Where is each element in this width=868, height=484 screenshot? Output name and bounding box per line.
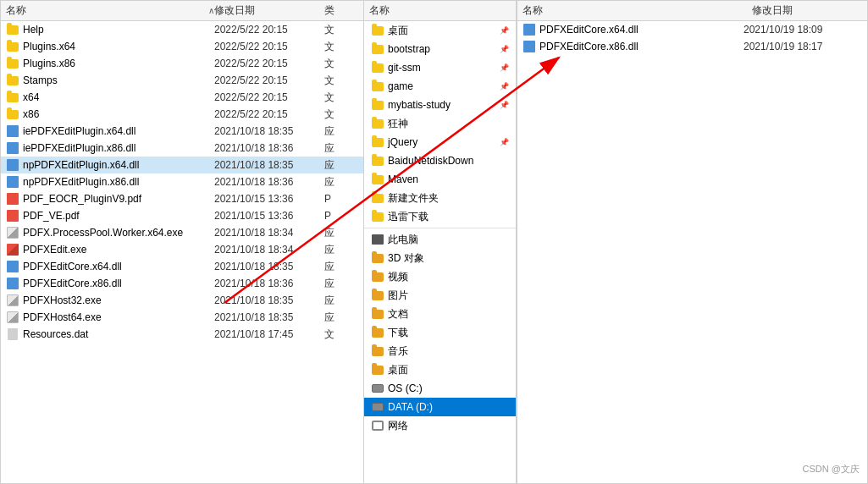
- file-type-label: 应: [324, 277, 358, 291]
- left-col-name: 名称: [6, 3, 206, 18]
- pin-icon: 📌: [500, 63, 509, 72]
- pdf-icon: [6, 209, 19, 223]
- left-file-row[interactable]: PDF_EOCR_PluginV9.pdf2021/10/15 13:36P: [1, 190, 363, 207]
- tree-item[interactable]: OS (C:): [364, 379, 516, 398]
- folder_special-icon: [371, 251, 384, 265]
- left-col-type: 类: [324, 3, 358, 18]
- folder-icon: [6, 91, 19, 104]
- tree-item[interactable]: Maven: [364, 170, 516, 189]
- pin-icon: 📌: [500, 101, 509, 109]
- exe-icon: [6, 294, 19, 307]
- left-file-row[interactable]: iePDFXEditPlugin.x86.dll2021/10/18 18:36…: [1, 140, 363, 157]
- folder-icon: [371, 173, 384, 186]
- left-file-row[interactable]: PDFXEditCore.x86.dll2021/10/18 18:36应: [1, 275, 363, 292]
- tree-item[interactable]: DATA (D:): [364, 398, 516, 416]
- file-date-label: 2021/10/18 18:36: [214, 278, 324, 289]
- tree-item-label: git-ssm: [388, 62, 496, 74]
- left-file-row[interactable]: PDFXEditCore.x64.dll2021/10/18 18:35应: [1, 258, 363, 275]
- file-date-label: 2021/10/18 18:35: [214, 294, 324, 306]
- file-date-label: 2021/10/18 18:34: [214, 244, 324, 256]
- tree-item-label: BaiduNetdiskDown: [388, 155, 509, 167]
- file-type-label: 应: [324, 294, 358, 308]
- left-file-row[interactable]: Plugins.x862022/5/22 20:15文: [1, 55, 363, 72]
- tree-item[interactable]: 此电脑: [364, 230, 516, 249]
- file-type-label: 应: [324, 260, 358, 274]
- left-file-row[interactable]: x642022/5/22 20:15文: [1, 89, 363, 106]
- left-file-row[interactable]: PDFX.ProcessPool.Worker.x64.exe2021/10/1…: [1, 224, 363, 241]
- left-col-date: 修改日期: [214, 3, 324, 18]
- dll-icon: [522, 23, 536, 36]
- middle-col-name: 名称: [369, 3, 511, 18]
- exe-icon: [6, 311, 19, 324]
- tree-item[interactable]: 音乐: [364, 342, 516, 360]
- right-panel-header: 名称 修改日期: [517, 1, 867, 21]
- section-divider: [364, 228, 516, 228]
- left-file-row[interactable]: PDF_VE.pdf2021/10/15 13:36P: [1, 207, 363, 224]
- file-type-label: 应: [324, 141, 358, 156]
- left-file-row[interactable]: Help2022/5/22 20:15文: [1, 21, 363, 38]
- left-file-row[interactable]: Resources.dat2021/10/18 17:45文: [1, 326, 363, 343]
- left-file-row[interactable]: iePDFXEditPlugin.x64.dll2021/10/18 18:35…: [1, 123, 363, 140]
- tree-item-label: mybatis-study: [388, 99, 496, 111]
- file-name-label: x64: [23, 91, 214, 103]
- tree-item[interactable]: 桌面📌: [364, 21, 516, 40]
- file-date-label: 2021/10/18 18:36: [214, 176, 324, 188]
- left-file-row[interactable]: x862022/5/22 20:15文: [1, 106, 363, 123]
- left-file-row[interactable]: npPDFXEditPlugin.x64.dll2021/10/18 18:35…: [1, 157, 363, 173]
- tree-item[interactable]: 新建文件夹: [364, 189, 516, 207]
- file-date-label: 2022/5/22 20:15: [214, 74, 324, 86]
- tree-item[interactable]: 桌面: [364, 360, 516, 379]
- file-type-label: 应: [324, 158, 358, 173]
- folder-icon: [371, 154, 384, 168]
- file-name-label: PDFXHost64.exe: [23, 311, 214, 323]
- folder-icon: [371, 61, 384, 74]
- tree-item[interactable]: 3D 对象: [364, 249, 516, 267]
- file-type-label: 应: [324, 124, 358, 139]
- tree-item-label: 音乐: [388, 344, 509, 359]
- tree-item[interactable]: jQuery📌: [364, 133, 516, 151]
- left-file-row[interactable]: Plugins.x642022/5/22 20:15文: [1, 38, 363, 55]
- tree-item[interactable]: mybatis-study📌: [364, 96, 516, 114]
- folder_special-icon: [371, 307, 384, 321]
- tree-item-label: OS (C:): [388, 382, 509, 394]
- tree-item-label: game: [388, 80, 496, 92]
- tree-item[interactable]: 网络: [364, 416, 516, 435]
- middle-tree-list: 桌面📌bootstrap📌git-ssm📌game📌mybatis-study📌…: [364, 21, 516, 483]
- dll-icon: [522, 40, 536, 53]
- tree-item[interactable]: 图片: [364, 286, 516, 305]
- middle-panel-header: 名称: [364, 1, 516, 21]
- folder_special-icon: [371, 363, 384, 377]
- tree-item[interactable]: game📌: [364, 77, 516, 96]
- tree-item-label: 迅雷下载: [388, 210, 509, 224]
- tree-item[interactable]: 迅雷下载: [364, 207, 516, 226]
- folder-icon: [6, 40, 19, 53]
- tree-item[interactable]: 下载: [364, 323, 516, 342]
- middle-tree-panel: 名称 桌面📌bootstrap📌git-ssm📌game📌mybatis-stu…: [364, 0, 517, 484]
- tree-item[interactable]: bootstrap📌: [364, 40, 516, 58]
- right-file-name-label: PDFXEditCore.x64.dll: [539, 24, 744, 36]
- tree-item-label: 图片: [388, 289, 509, 303]
- tree-item[interactable]: 视频: [364, 267, 516, 286]
- tree-item[interactable]: git-ssm📌: [364, 58, 516, 77]
- tree-item-label: 桌面: [388, 363, 509, 377]
- folder-icon: [371, 135, 384, 149]
- left-file-row[interactable]: PDFXEdit.exe2021/10/18 18:34应: [1, 241, 363, 258]
- left-file-row[interactable]: npPDFXEditPlugin.x86.dll2021/10/18 18:36…: [1, 173, 363, 190]
- file-type-label: 应: [324, 226, 358, 240]
- tree-item-label: 网络: [388, 419, 509, 433]
- file-date-label: 2021/10/18 18:35: [214, 159, 324, 171]
- tree-item[interactable]: 狂神: [364, 114, 516, 133]
- file-date-label: 2022/5/22 20:15: [214, 91, 324, 103]
- left-file-row[interactable]: PDFXHost64.exe2021/10/18 18:35应: [1, 309, 363, 326]
- left-file-row[interactable]: PDFXHost32.exe2021/10/18 18:35应: [1, 292, 363, 309]
- tree-item[interactable]: 文档: [364, 305, 516, 323]
- dll-icon: [6, 141, 19, 155]
- right-file-row[interactable]: PDFXEditCore.x86.dll2021/10/19 18:17: [517, 38, 867, 55]
- exe-icon: [6, 226, 19, 239]
- tree-item[interactable]: BaiduNetdiskDown: [364, 151, 516, 170]
- file-date-label: 2022/5/22 20:15: [214, 58, 324, 69]
- file-name-label: PDFXEdit.exe: [23, 244, 214, 256]
- file-name-label: PDFX.ProcessPool.Worker.x64.exe: [23, 227, 214, 239]
- right-file-row[interactable]: PDFXEditCore.x64.dll2021/10/19 18:09: [517, 21, 867, 38]
- left-file-row[interactable]: Stamps2022/5/22 20:15文: [1, 72, 363, 89]
